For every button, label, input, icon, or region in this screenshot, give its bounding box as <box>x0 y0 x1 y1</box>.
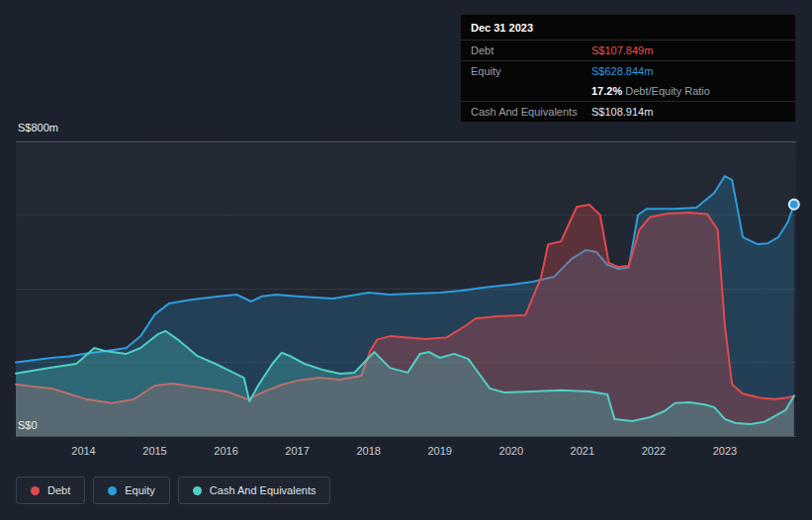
legend-item-debt[interactable]: Debt <box>16 477 85 504</box>
x-axis-tick-2022: 2022 <box>642 445 666 457</box>
legend-item-equity[interactable]: Equity <box>93 477 170 504</box>
debt-color-dot-icon <box>31 486 40 495</box>
tooltip-ratio-label: Debt/Equity Ratio <box>625 85 710 97</box>
equity-color-dot-icon <box>108 486 117 495</box>
legend-item-debt-label: Debt <box>47 484 70 496</box>
tooltip-equity-row: Equity S$628.844m <box>461 61 795 81</box>
x-axis-tick-2019: 2019 <box>427 445 451 457</box>
tooltip-cash-label: Cash And Equivalents <box>471 106 591 118</box>
tooltip-debt-value: S$107.849m <box>591 44 785 56</box>
cash-color-dot-icon <box>193 486 202 495</box>
x-axis-tick-2021: 2021 <box>571 445 594 457</box>
y-axis-max-label: S$800m <box>18 122 58 133</box>
x-axis-tick-2016: 2016 <box>214 445 237 457</box>
chart-canvas[interactable] <box>16 141 796 436</box>
tooltip-ratio-number: 17.2% <box>591 85 622 97</box>
legend-item-cash[interactable]: Cash And Equivalents <box>178 477 331 504</box>
tooltip-debt-row: Debt S$107.849m <box>461 41 795 61</box>
x-axis-tick-2023: 2023 <box>713 445 737 457</box>
x-axis-tick-2014: 2014 <box>71 445 95 457</box>
tooltip-cash-value: S$108.914m <box>591 106 785 118</box>
chart-plot-area[interactable] <box>16 141 796 436</box>
tooltip-debt-label: Debt <box>471 44 591 56</box>
tooltip-cash-row: Cash And Equivalents S$108.914m <box>461 102 795 122</box>
legend-item-equity-label: Equity <box>125 484 155 496</box>
tooltip-ratio-value-group: 17.2% Debt/Equity Ratio <box>591 85 785 97</box>
x-axis-tick-2018: 2018 <box>356 445 380 457</box>
x-axis-tick-2015: 2015 <box>142 445 166 457</box>
x-axis: 2014201520162017201820192020202120222023 <box>16 445 796 459</box>
tooltip-equity-label: Equity <box>471 65 591 77</box>
y-axis-min-label: S$0 <box>18 419 38 431</box>
tooltip-equity-value: S$628.844m <box>591 65 785 77</box>
legend-item-cash-label: Cash And Equivalents <box>210 484 316 496</box>
x-axis-tick-2017: 2017 <box>285 445 309 457</box>
series-end-marker <box>789 200 799 210</box>
x-axis-tick-2020: 2020 <box>499 445 523 457</box>
chart-legend: Debt Equity Cash And Equivalents <box>16 477 330 504</box>
tooltip-date: Dec 31 2023 <box>461 15 795 41</box>
tooltip-ratio-row: 17.2% Debt/Equity Ratio <box>461 81 795 102</box>
chart-tooltip: Dec 31 2023 Debt S$107.849m Equity S$628… <box>460 14 796 123</box>
